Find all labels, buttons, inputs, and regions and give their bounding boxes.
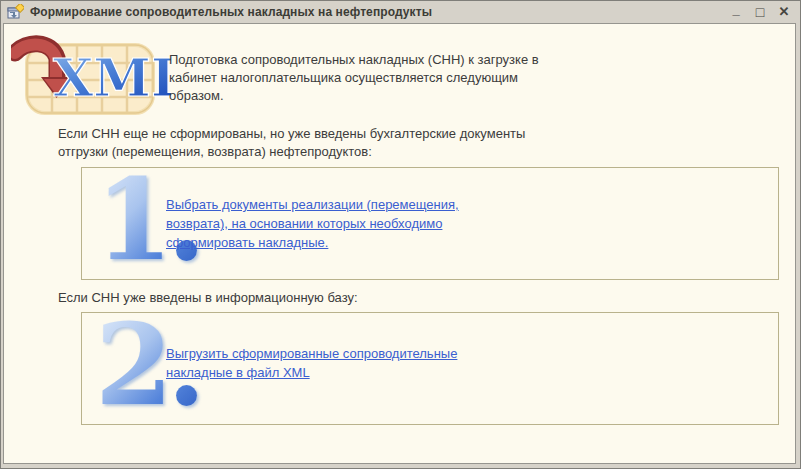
intro-text: Подготовка сопроводительных накладных (С… [169, 51, 569, 105]
title-bar[interactable]: Формирование сопроводительных накладных … [2, 1, 799, 23]
step-2-box: 2. Выгрузить сформированные сопроводител… [81, 312, 779, 425]
window-controls: _ □ ✕ [729, 4, 791, 20]
step-1-link[interactable]: Выбрать документы реализации (перемещени… [166, 195, 466, 252]
form-icon [7, 4, 24, 20]
step-1-box: 1. Выбрать документы реализации (перемещ… [81, 167, 779, 280]
maximize-icon[interactable]: □ [753, 4, 767, 20]
xml-logo: XML [11, 32, 171, 116]
content-area: XML Подготовка сопроводительных накладны… [3, 23, 796, 464]
xml-logo-text: XML [53, 47, 171, 108]
minimize-icon[interactable]: _ [729, 4, 743, 20]
app-window: Формирование сопроводительных накладных … [0, 0, 801, 469]
step-2-link[interactable]: Выгрузить сформированные сопроводительны… [166, 344, 476, 382]
close-icon[interactable]: ✕ [777, 4, 791, 20]
window-title: Формирование сопроводительных накладных … [30, 5, 432, 19]
